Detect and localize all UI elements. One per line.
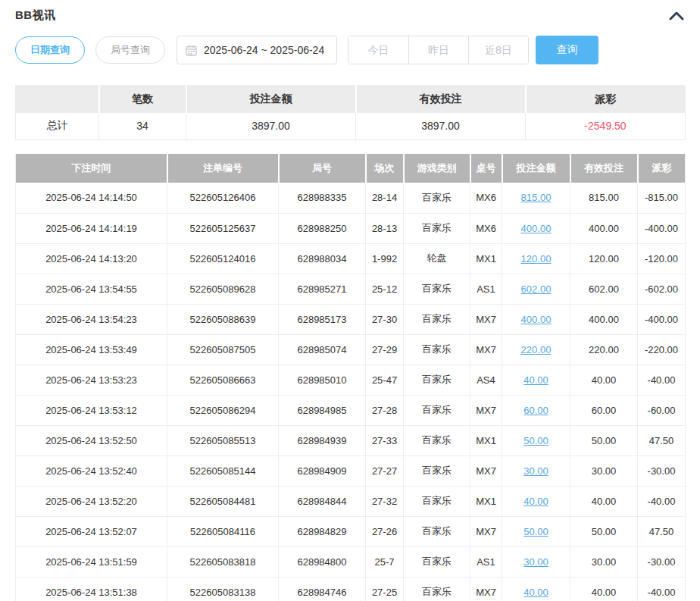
order-id-cell: 522605089628 [167, 274, 279, 304]
bet-amount-link[interactable]: 30.00 [523, 556, 548, 568]
col-header-game-type: 游戏类别 [404, 154, 470, 183]
order-id-cell: 522605083138 [167, 577, 279, 601]
order-id-cell: 522605087505 [167, 334, 279, 365]
payout-cell: -400.00 [638, 304, 686, 334]
page-title: BB视讯 [15, 8, 56, 23]
bet-amount-link[interactable]: 40.00 [523, 374, 548, 386]
payout-cell: -602.00 [638, 274, 686, 304]
summary-header-payout: 派彩 [526, 86, 686, 113]
valid-bet-cell: 815.00 [570, 183, 638, 213]
bet-time-cell: 2025-06-24 14:13:20 [16, 243, 167, 274]
round-id-cell: 628984800 [279, 546, 366, 577]
valid-bet-cell: 40.00 [570, 486, 638, 516]
bet-amount-link[interactable]: 602.00 [521, 283, 552, 295]
bet-amount-link[interactable]: 400.00 [521, 223, 552, 234]
round-id-cell: 628985271 [279, 274, 366, 304]
bet-time-cell: 2025-06-24 13:52:50 [16, 425, 167, 455]
bet-amount-cell: 40.00 [502, 365, 570, 395]
summary-header-count: 笔数 [99, 86, 186, 113]
bet-amount-link[interactable]: 40.00 [523, 496, 548, 507]
game-type-cell: 百家乐 [404, 334, 470, 365]
session-cell: 27-27 [366, 455, 404, 486]
table-row: 2025-06-24 13:51:38 522605083138 6289847… [16, 577, 686, 601]
summary-total-row: 总计 34 3897.00 3897.00 -2549.50 [16, 113, 686, 140]
table-row: 2025-06-24 13:52:20 522605084481 6289848… [16, 486, 686, 516]
round-id-cell: 628988250 [279, 213, 366, 243]
payout-cell: 47.50 [638, 425, 686, 455]
table-row: 2025-06-24 13:53:49 522605087505 6289850… [16, 334, 686, 365]
session-cell: 25-7 [366, 546, 404, 577]
table-row: 2025-06-24 13:53:23 522605086663 6289850… [16, 365, 686, 395]
summary-table: 笔数 投注金额 有效投注 派彩 总计 34 3897.00 3897.00 -2… [15, 85, 686, 140]
table-row: 2025-06-24 13:52:50 522605085513 6289849… [16, 425, 686, 455]
bet-amount-link[interactable]: 120.00 [521, 253, 552, 265]
order-id-cell: 522605084116 [167, 516, 279, 546]
bet-amount-link[interactable]: 220.00 [521, 344, 552, 355]
quick-range-yesterday[interactable]: 昨日 [408, 36, 468, 64]
date-range-input[interactable]: 2025-06-24 ~ 2025-06-24 [177, 36, 337, 64]
payout-cell: -220.00 [638, 334, 686, 365]
bet-time-cell: 2025-06-24 13:52:40 [16, 455, 167, 486]
table-no-cell: AS4 [470, 365, 502, 395]
bet-amount-link[interactable]: 60.00 [523, 405, 548, 416]
bet-amount-link[interactable]: 30.00 [523, 465, 548, 477]
game-type-cell: 百家乐 [404, 395, 470, 425]
table-no-cell: AS1 [470, 546, 502, 577]
calendar-icon [186, 45, 197, 56]
payout-cell: -40.00 [638, 365, 686, 395]
payout-cell: 47.50 [638, 516, 686, 546]
bet-time-cell: 2025-06-24 13:51:38 [16, 577, 167, 601]
table-no-cell: MX7 [470, 455, 502, 486]
tab-date-query[interactable]: 日期查询 [15, 36, 85, 64]
col-header-valid-bet: 有效投注 [570, 154, 638, 183]
valid-bet-cell: 400.00 [570, 213, 638, 243]
bet-amount-link[interactable]: 815.00 [521, 192, 552, 203]
quick-range-last8days[interactable]: 近8日 [468, 36, 528, 64]
game-type-cell: 百家乐 [404, 274, 470, 304]
bet-amount-link[interactable]: 50.00 [523, 435, 548, 446]
bet-amount-link[interactable]: 40.00 [523, 587, 548, 598]
summary-header-bet-amount: 投注金额 [186, 86, 356, 113]
payout-cell: -60.00 [638, 395, 686, 425]
bet-time-cell: 2025-06-24 13:53:49 [16, 334, 167, 365]
bet-amount-link[interactable]: 50.00 [523, 526, 548, 537]
quick-range-group: 今日 昨日 近8日 [348, 36, 529, 64]
col-header-bet-amount: 投注金额 [502, 154, 570, 183]
summary-header-blank [16, 86, 99, 113]
payout-cell: -815.00 [638, 183, 686, 213]
game-type-cell: 百家乐 [404, 546, 470, 577]
round-id-cell: 628984909 [279, 455, 366, 486]
game-type-cell: 百家乐 [404, 365, 470, 395]
table-no-cell: MX6 [470, 183, 502, 213]
game-type-cell: 轮盘 [404, 243, 470, 274]
collapse-panel-button[interactable] [668, 9, 685, 23]
round-id-cell: 628988335 [279, 183, 366, 213]
payout-cell: -40.00 [638, 577, 686, 601]
table-no-cell: MX7 [470, 395, 502, 425]
bet-amount-cell: 50.00 [502, 516, 570, 546]
col-header-session: 场次 [366, 154, 404, 183]
quick-range-today[interactable]: 今日 [348, 36, 408, 64]
payout-cell: -40.00 [638, 486, 686, 516]
date-range-value: 2025-06-24 ~ 2025-06-24 [204, 44, 324, 56]
valid-bet-cell: 30.00 [570, 546, 638, 577]
session-cell: 27-26 [366, 516, 404, 546]
summary-total-valid-bet: 3897.00 [356, 113, 526, 140]
col-header-table-no: 桌号 [470, 154, 502, 183]
valid-bet-cell: 220.00 [570, 334, 638, 365]
order-id-cell: 522605083818 [167, 546, 279, 577]
bet-amount-cell: 30.00 [502, 546, 570, 577]
search-button[interactable]: 查询 [536, 36, 598, 64]
bet-amount-link[interactable]: 400.00 [521, 314, 552, 325]
bet-table-header-row: 下注时间 注单编号 局号 场次 游戏类别 桌号 投注金额 有效投注 派彩 [16, 154, 686, 183]
game-type-cell: 百家乐 [404, 577, 470, 601]
bet-records-table: 下注时间 注单编号 局号 场次 游戏类别 桌号 投注金额 有效投注 派彩 202… [15, 154, 686, 601]
col-header-round-id: 局号 [279, 154, 366, 183]
summary-header-valid-bet: 有效投注 [356, 86, 526, 113]
bet-time-cell: 2025-06-24 14:14:19 [16, 213, 167, 243]
valid-bet-cell: 400.00 [570, 304, 638, 334]
tab-round-query[interactable]: 局号查询 [95, 36, 165, 64]
valid-bet-cell: 40.00 [570, 577, 638, 601]
valid-bet-cell: 602.00 [570, 274, 638, 304]
round-id-cell: 628984746 [279, 577, 366, 601]
